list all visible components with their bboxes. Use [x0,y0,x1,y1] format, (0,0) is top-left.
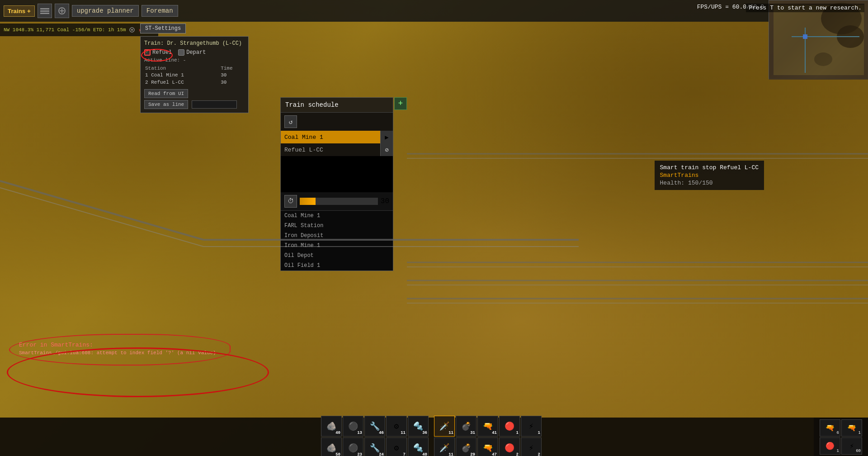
ammo-slot[interactable]: 🔴1 [820,437,840,455]
schedule-empty-area [281,156,393,192]
smart-trains-label: SmartTrains [660,172,759,179]
tool-slot[interactable]: ⚡2 [521,437,542,456]
statusbar: NW 1048.3% 11,771 Coal -156/m ETD: 1h 15… [0,24,158,36]
schedule-row[interactable]: 1 Coal Mine 130 [145,72,244,78]
trains-button[interactable]: Trains + [4,5,35,17]
refuel-label: Refuel [152,49,172,56]
game-background [0,0,868,456]
weapon-bar: 🔫6🔫1🔴1⚡60 [814,418,868,456]
station-list-item[interactable]: Coal Mine 1 [281,211,393,221]
inventory-bar: 🪨40⚫13🔧46⚙️11🔩36🪨50⚫23🔧24⚙️7🔩40 🗡️11💣31🔫… [0,418,868,456]
train-panel: Train: Dr. Strangethumb (L-CC) Refuel De… [140,36,249,113]
error-line2: SmartTrains_/gui.lua:608: attempt to ind… [19,350,216,356]
svg-point-15 [131,29,133,31]
schedule-table: Station Time 1 Coal Mine 1302 Refuel L-C… [144,65,245,86]
active-line: Active line: - [144,57,245,63]
train-panel-title: Train: Dr. Strangethumb (L-CC) [144,40,245,47]
schedule-entry-name: Refuel L-CC [281,147,380,153]
station-list: Coal Mine 1FARL StationIron DepositIron … [281,210,393,271]
svg-rect-10 [40,13,49,14]
time-col-header: Time [221,66,244,71]
rotate-schedule-btn[interactable]: ↺ [284,115,297,128]
schedule-row[interactable]: 2 Refuel L-CC30 [145,79,244,86]
icon-button-2[interactable] [55,4,69,18]
station-list-item[interactable]: Iron Deposit [281,231,393,241]
status-text: NW 1048.3% 11,771 Coal -156/m ETD: 1h 15… [4,27,126,33]
tool-slot[interactable]: 💣31 [456,416,476,437]
icon-button-1[interactable] [38,4,52,18]
schedule-entry-action-btn[interactable]: ⊘ [380,143,393,156]
tool-slot[interactable]: 🔴1 [499,416,520,437]
train-schedule-header: Train schedule [281,98,393,113]
depart-checkbox[interactable] [178,49,184,56]
inventory-slot[interactable]: 🔩40 [408,437,429,456]
time-icon-btn[interactable]: ⏱ [284,195,297,208]
tool-slot[interactable]: 🗡️11 [434,437,455,456]
tool-slot[interactable]: 🔫47 [477,437,498,456]
weapon-slot[interactable]: 🔫6 [820,419,840,437]
foreman-button[interactable]: Foreman [142,5,178,17]
inventory-slot[interactable]: 🔩36 [408,416,429,437]
station-list-item[interactable]: Oil Field 1 [281,261,393,271]
read-from-row: Read from UI [144,89,245,98]
schedule-entry-row[interactable]: Refuel L-CC ⊘ [281,143,393,156]
inventory-slot[interactable]: 🔧46 [364,416,385,437]
save-as-line-row: Save as line [144,100,245,109]
ammo-slot[interactable]: ⚡60 [841,437,862,455]
tool-slot[interactable]: 🗡️11 [434,416,455,437]
depart-label: Depart [186,49,206,56]
station-list-item[interactable]: FARL Station [281,221,393,231]
tool-slot[interactable]: ⚡1 [521,416,542,437]
inventory-slot[interactable]: 🪨40 [321,416,342,437]
smart-train-info: Smart train stop Refuel L-CC SmartTrains… [655,161,764,190]
schedule-controls: ↺ [281,113,393,131]
time-value: 30 [381,197,389,205]
schedule-time-row: ⏱ 30 [281,192,393,210]
smart-train-name: Smart train stop Refuel L-CC [660,164,759,171]
time-bar-fill [300,198,316,205]
inventory-slot[interactable]: ⚙️7 [386,437,407,456]
st-settings-button[interactable]: ST-Settings [140,24,186,33]
schedule-entry-name: Coal Mine 1 [281,134,380,141]
inventory-slot[interactable]: ⚫13 [343,416,363,437]
weapon-slot[interactable]: 🔫1 [841,419,862,437]
research-prompt: Press T to start a new research. [746,4,864,12]
checkbox-row: Refuel Depart [144,49,245,56]
smart-train-health: Health: 150/150 [660,180,759,186]
tool-slot[interactable]: 🔫41 [477,416,498,437]
time-bar [300,198,378,205]
schedule-entries: Coal Mine 1 ▶ Refuel L-CC ⊘ [281,131,393,156]
station-list-item[interactable]: Oil Depot [281,251,393,261]
error-overlay: Error in SmartTrains: SmartTrains_/gui.l… [9,334,231,366]
schedule-entry-row[interactable]: Coal Mine 1 ▶ [281,131,393,143]
inventory-slot[interactable]: ⚙️11 [386,416,407,437]
svg-rect-8 [40,8,49,10]
topbar: Trains + upgrade planner Foreman [0,0,769,22]
depart-checkbox-item[interactable]: Depart [178,49,206,56]
svg-point-4 [814,52,832,66]
read-from-ui-btn[interactable]: Read from UI [144,89,188,98]
inventory-slot[interactable]: 🪨50 [321,437,342,456]
svg-rect-7 [803,34,807,39]
inventory-slot[interactable]: ⚫23 [343,437,363,456]
tool-slot[interactable]: 💣29 [456,437,476,456]
inventory-slot[interactable]: 🔧24 [364,437,385,456]
tool-slot[interactable]: 🔴2 [499,437,520,456]
station-list-item[interactable]: Iron Mine 1 [281,241,393,251]
upgrade-planner-button[interactable]: upgrade planner [72,5,139,17]
save-as-line-btn[interactable]: Save as line [144,100,188,109]
schedule-entry-action-btn[interactable]: ▶ [380,131,393,143]
train-schedule-panel: Train schedule ↺ Coal Mine 1 ▶ Refuel L-… [280,97,393,271]
error-line1: Error in SmartTrains: [19,342,216,348]
add-station-btn[interactable]: + [394,97,407,110]
svg-rect-9 [40,10,49,12]
eye-icon [129,27,135,33]
station-col-header: Station [145,66,220,71]
schedule-inner: Train schedule ↺ Coal Mine 1 ▶ Refuel L-… [280,97,393,271]
refuel-checkbox-item[interactable]: Refuel [144,49,172,56]
inventory-group-2: 🗡️11💣31🔫41🔴1⚡1🗡️11💣29🔫47🔴2⚡2 [434,416,542,456]
inventory-group-1: 🪨40⚫13🔧46⚙️11🔩36🪨50⚫23🔧24⚙️7🔩40 [321,416,429,456]
refuel-checkbox[interactable] [144,49,151,56]
line-name-input[interactable] [192,100,237,109]
